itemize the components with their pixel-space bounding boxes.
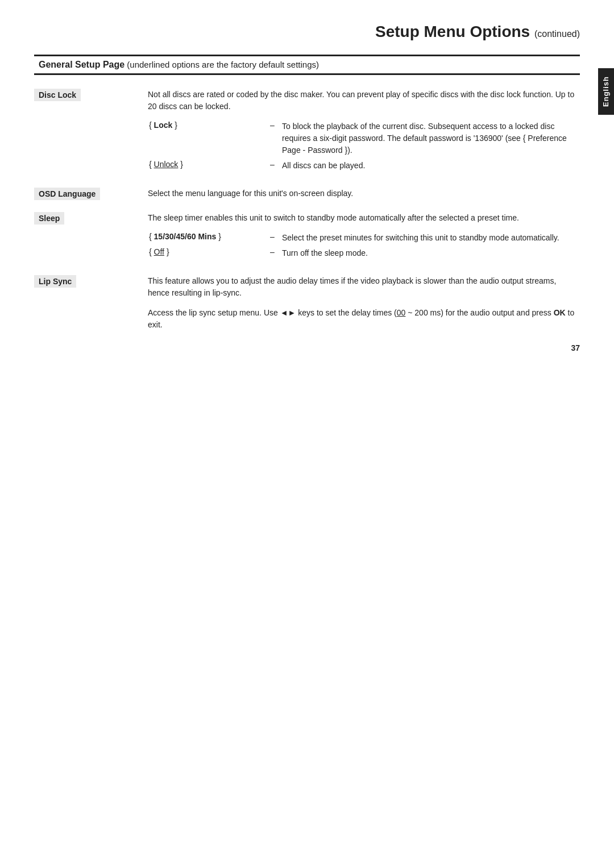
disc-lock-desc-cell: Not all discs are rated or coded by the … — [148, 89, 580, 180]
sleep-off-dash: – — [264, 246, 281, 260]
sleep-intro: The sleep timer enables this unit to swi… — [148, 212, 580, 224]
lock-option-desc: To block the playback of the current dis… — [282, 119, 579, 157]
content-table: Disc Lock Not all discs are rated or cod… — [34, 89, 580, 335]
unlock-option-desc: All discs can be played. — [282, 159, 579, 173]
osd-language-label: OSD Language — [34, 188, 100, 200]
lip-sync-desc-cell: This feature allows you to adjust the au… — [148, 275, 580, 335]
lip-sync-intro: This feature allows you to adjust the au… — [148, 275, 580, 299]
disc-lock-options: { Lock } – To block the playback of the … — [148, 118, 580, 174]
disc-lock-label: Disc Lock — [34, 89, 81, 101]
lip-sync-label: Lip Sync — [34, 275, 76, 288]
page-title-continued: (continued) — [534, 29, 580, 39]
unlock-dash: – — [264, 159, 281, 173]
sleep-off-desc: Turn off the sleep mode. — [282, 246, 579, 260]
lip-sync-extra: Access the lip sync setup menu. Use ◄► k… — [148, 307, 580, 331]
osd-language-intro: Select the menu language for this unit's… — [148, 188, 580, 200]
sleep-label-cell: Sleep — [34, 212, 148, 267]
page-number: 37 — [571, 343, 580, 352]
unlock-option-label: { Unlock } — [149, 159, 263, 173]
page-title-text: Setup Menu Options — [375, 23, 530, 40]
lip-sync-label-cell: Lip Sync — [34, 275, 148, 335]
disc-lock-label-cell: Disc Lock — [34, 89, 148, 180]
section-header-normal: (underlined options are the factory defa… — [125, 60, 319, 69]
sleep-mins-dash: – — [264, 231, 281, 245]
page-wrapper: English Setup Menu Options (continued) G… — [0, 0, 614, 369]
lock-dash: – — [264, 119, 281, 157]
side-tab: English — [598, 68, 614, 115]
sleep-desc-cell: The sleep timer enables this unit to swi… — [148, 212, 580, 267]
page-title: Setup Menu Options (continued) — [34, 23, 580, 44]
list-item: { Unlock } – All discs can be played. — [149, 159, 579, 173]
section-header-bold: General Setup Page — [39, 60, 125, 69]
sleep-options: { 15/30/45/60 Mins } – Select the preset… — [148, 230, 580, 261]
osd-language-desc-cell: Select the menu language for this unit's… — [148, 188, 580, 204]
spacer-row — [34, 180, 580, 188]
osd-language-label-cell: OSD Language — [34, 188, 148, 204]
spacer-row — [34, 204, 580, 212]
table-row: OSD Language Select the menu language fo… — [34, 188, 580, 204]
list-item: { Off } – Turn off the sleep mode. — [149, 246, 579, 260]
sleep-label: Sleep — [34, 212, 64, 225]
sleep-mins-desc: Select the preset minutes for switching … — [282, 231, 579, 245]
sleep-mins-label: { 15/30/45/60 Mins } — [149, 231, 263, 245]
table-row: Sleep The sleep timer enables this unit … — [34, 212, 580, 267]
spacer-row — [34, 267, 580, 275]
table-row: Lip Sync This feature allows you to adju… — [34, 275, 580, 335]
sleep-off-label: { Off } — [149, 246, 263, 260]
list-item: { Lock } – To block the playback of the … — [149, 119, 579, 157]
disc-lock-intro: Not all discs are rated or coded by the … — [148, 89, 580, 113]
lock-option-label: { Lock } — [149, 119, 263, 157]
list-item: { 15/30/45/60 Mins } – Select the preset… — [149, 231, 579, 245]
section-header: General Setup Page (underlined options a… — [34, 55, 580, 75]
table-row: Disc Lock Not all discs are rated or cod… — [34, 89, 580, 180]
